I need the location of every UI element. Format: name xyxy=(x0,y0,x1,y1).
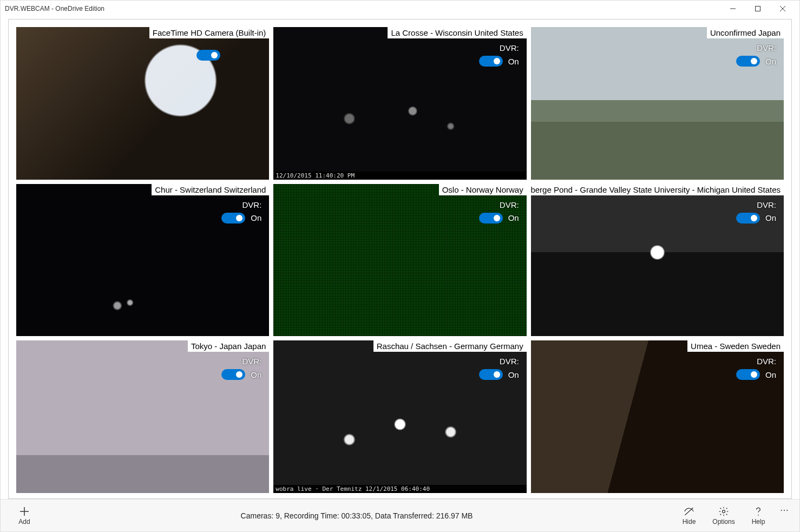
dvr-label: DVR: xyxy=(500,43,519,52)
toggle-knob xyxy=(751,215,757,221)
titlebar: DVR.WEBCAM - OneDrive Edition xyxy=(1,1,799,17)
maximize-button[interactable] xyxy=(745,1,770,17)
dvr-toggle[interactable] xyxy=(221,369,245,380)
dvr-controls: DVR:On xyxy=(221,200,261,224)
dvr-toggle-row: On xyxy=(196,50,220,61)
more-button[interactable]: ⋯ xyxy=(776,501,793,531)
toggle-state-label: On xyxy=(765,57,776,66)
help-button[interactable]: Help xyxy=(741,501,776,531)
camera-title: Chur - Switzerland Switzerland xyxy=(152,184,269,195)
dvr-toggle-row: On xyxy=(736,56,776,67)
camera-thumbnail xyxy=(16,27,269,180)
hide-button[interactable]: Hide xyxy=(672,501,706,531)
toggle-state-label: On xyxy=(251,213,261,222)
dvr-controls: DVR:On xyxy=(736,200,776,224)
dvr-label: DVR: xyxy=(757,43,776,52)
status-text: Cameras: 9, Recording Time: 00:33:05, Da… xyxy=(42,511,672,520)
camera-tile[interactable]: Chur - Switzerland SwitzerlandDVR:On xyxy=(16,184,269,337)
dvr-toggle[interactable] xyxy=(479,56,503,67)
dvr-toggle-row: On xyxy=(221,369,261,380)
camera-timestamp: 12/10/2015 11:40:20 PM xyxy=(273,172,526,180)
camera-tile[interactable]: Oslo - Norway NorwayDVR:On xyxy=(273,184,526,337)
toggle-knob xyxy=(751,371,757,378)
toggle-knob xyxy=(751,58,757,64)
dvr-toggle[interactable] xyxy=(736,56,760,67)
options-label: Options xyxy=(712,518,735,526)
toggle-knob xyxy=(494,371,500,378)
svg-point-7 xyxy=(723,510,725,513)
dvr-toggle[interactable] xyxy=(736,369,760,380)
ellipsis-icon: ⋯ xyxy=(780,505,789,515)
camera-tile[interactable]: Raschau / Sachsen - Germany GermanyDVR:O… xyxy=(273,340,526,493)
right-commands: Hide Options Help ⋯ xyxy=(672,501,793,531)
close-icon xyxy=(780,6,785,11)
svg-point-8 xyxy=(758,514,759,515)
toggle-state-label: On xyxy=(765,370,776,379)
toggle-state-label: On xyxy=(251,370,261,379)
dvr-toggle-row: On xyxy=(736,369,776,380)
camera-title: Oslo - Norway Norway xyxy=(439,184,527,195)
toggle-knob xyxy=(211,52,218,58)
add-button[interactable]: Add xyxy=(7,501,42,531)
gear-icon xyxy=(718,506,729,517)
svg-rect-1 xyxy=(756,6,760,11)
camera-title: Umea - Sweden Sweden xyxy=(687,340,784,352)
camera-tile[interactable]: FaceTime HD Camera (Built-in)DVR:On xyxy=(16,27,269,180)
hide-label: Hide xyxy=(683,518,696,526)
camera-tile[interactable]: Umea - Sweden SwedenDVR:On xyxy=(531,340,784,493)
help-label: Help xyxy=(752,518,765,526)
options-button[interactable]: Options xyxy=(706,501,741,531)
minimize-button[interactable] xyxy=(720,1,745,17)
camera-title: Zumberge Pond - Grande Valley State Univ… xyxy=(531,184,784,195)
close-button[interactable] xyxy=(770,1,795,17)
dvr-toggle-row: On xyxy=(479,369,519,380)
toggle-knob xyxy=(236,215,242,221)
app-window: DVR.WEBCAM - OneDrive Edition FaceTime H… xyxy=(0,0,800,532)
command-bar: Add Cameras: 9, Recording Time: 00:33:05… xyxy=(1,499,799,531)
dvr-controls: DVR:On xyxy=(479,43,519,67)
dvr-toggle[interactable] xyxy=(196,50,220,61)
minimize-icon xyxy=(730,6,736,11)
camera-tile[interactable]: La Crosse - Wisconsin United StatesDVR:O… xyxy=(273,27,526,180)
dvr-controls: DVR:On xyxy=(736,43,776,67)
add-label: Add xyxy=(18,518,30,526)
camera-tile[interactable]: Unconfirmed JapanDVR:On xyxy=(531,27,784,180)
dvr-toggle[interactable] xyxy=(736,213,760,224)
camera-grid-container: FaceTime HD Camera (Built-in)DVR:OnLa Cr… xyxy=(8,19,792,499)
dvr-toggle[interactable] xyxy=(479,369,503,380)
dvr-label: DVR: xyxy=(242,200,261,209)
dvr-label: DVR: xyxy=(242,357,261,366)
dvr-toggle[interactable] xyxy=(221,213,245,224)
camera-grid: FaceTime HD Camera (Built-in)DVR:OnLa Cr… xyxy=(16,27,784,493)
camera-title: Unconfirmed Japan xyxy=(707,27,784,38)
dvr-controls: DVR:On xyxy=(479,357,519,380)
dvr-toggle[interactable] xyxy=(479,213,503,224)
dvr-label: DVR: xyxy=(757,357,776,366)
maximize-icon xyxy=(755,6,760,11)
dvr-controls: DVR:On xyxy=(479,200,519,224)
help-icon xyxy=(753,506,764,517)
camera-title: Tokyo - Japan Japan xyxy=(188,340,269,352)
dvr-toggle-row: On xyxy=(736,213,776,224)
dvr-controls: DVR:On xyxy=(736,357,776,380)
dvr-controls: DVR:On xyxy=(196,50,220,61)
camera-title: La Crosse - Wisconsin United States xyxy=(388,27,526,38)
toggle-knob xyxy=(494,215,500,221)
camera-tile[interactable]: Tokyo - Japan JapanDVR:On xyxy=(16,340,269,493)
dvr-label: DVR: xyxy=(500,200,519,209)
dvr-controls: DVR:On xyxy=(221,357,261,380)
window-controls xyxy=(720,1,795,17)
dvr-label: DVR: xyxy=(757,200,776,209)
camera-tile[interactable]: Zumberge Pond - Grande Valley State Univ… xyxy=(531,184,784,337)
toggle-knob xyxy=(494,58,500,64)
camera-timestamp: wobra live · Der Temnitz 12/1/2015 06:40… xyxy=(273,485,526,493)
window-title: DVR.WEBCAM - OneDrive Edition xyxy=(5,5,720,12)
toggle-knob xyxy=(236,371,242,378)
svg-line-6 xyxy=(685,508,693,515)
dvr-toggle-row: On xyxy=(479,56,519,67)
dvr-toggle-row: On xyxy=(479,213,519,224)
dvr-label: DVR: xyxy=(500,357,519,366)
toggle-state-label: On xyxy=(508,213,519,222)
toggle-state-label: On xyxy=(765,213,776,222)
toggle-state-label: On xyxy=(508,370,519,379)
